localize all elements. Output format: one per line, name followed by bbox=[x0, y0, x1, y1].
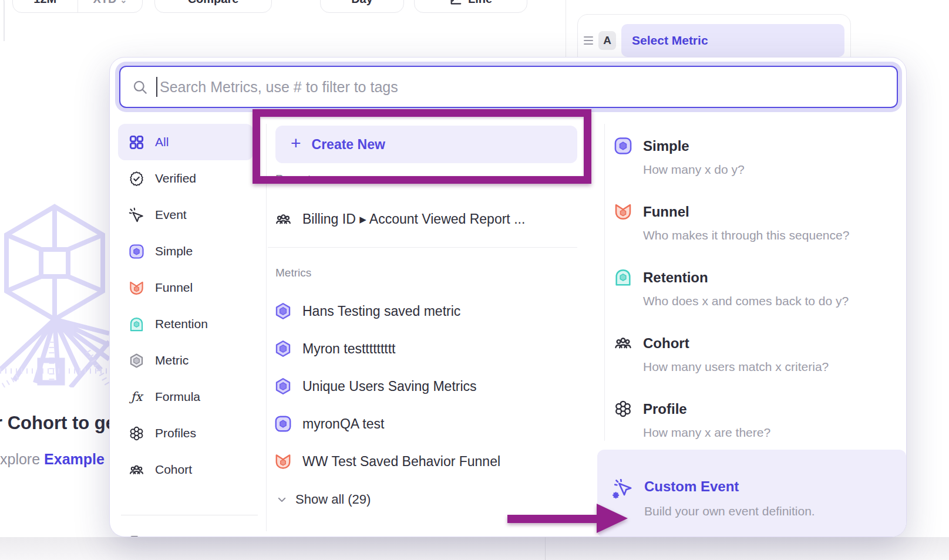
category-formula[interactable]: ƒx Formula bbox=[118, 379, 253, 415]
category-list: All Verified Event Simple bbox=[118, 124, 253, 488]
cohort-people-icon bbox=[129, 462, 144, 478]
line-chart-icon bbox=[449, 0, 462, 6]
metric-picker-screen: 12M XTD ⌄ Compare Day Line A Select Metr… bbox=[0, 0, 949, 560]
profiles-cluster-icon bbox=[614, 399, 632, 418]
type-custom-event[interactable]: Custom Event Build your own event defini… bbox=[597, 450, 906, 537]
background-heading: r Cohort to ge bbox=[0, 413, 116, 434]
type-cohort[interactable]: Cohort How many users match x criteria? bbox=[614, 333, 829, 376]
event-cursor-icon bbox=[129, 207, 144, 223]
category-cohort[interactable]: Cohort bbox=[118, 451, 253, 488]
type-profile[interactable]: Profile How many x are there? bbox=[614, 399, 770, 441]
formula-icon: ƒx bbox=[129, 389, 144, 405]
panel-divider bbox=[566, 0, 566, 57]
compare-button[interactable]: Compare bbox=[154, 0, 272, 13]
funnel-icon bbox=[274, 453, 292, 470]
simple-icon bbox=[129, 244, 144, 259]
panel-divider-bottom bbox=[545, 537, 546, 560]
simple-icon bbox=[274, 415, 292, 433]
grid-icon bbox=[129, 134, 144, 150]
show-all-toggle[interactable]: Show all (29) bbox=[277, 492, 371, 507]
create-new-button[interactable]: + Create New bbox=[275, 126, 577, 163]
chevron-down-icon: ⌄ bbox=[120, 0, 127, 6]
range-12m-button[interactable]: 12M bbox=[13, 0, 78, 12]
text-caret bbox=[156, 77, 157, 97]
funnel-icon bbox=[614, 202, 632, 221]
cohort-people-icon bbox=[614, 333, 632, 352]
select-metric-button[interactable]: Select Metric bbox=[621, 24, 844, 57]
page-bottom-strip bbox=[0, 537, 949, 560]
metric-list-item[interactable]: Hans Testing saved metric bbox=[274, 297, 580, 325]
column-divider bbox=[604, 124, 605, 441]
metric-hexagon-icon bbox=[129, 353, 144, 369]
funnel-icon bbox=[129, 280, 144, 296]
metric-list-item[interactable]: Myron testtttttttt bbox=[274, 335, 580, 363]
saved-metric-hexagon-icon bbox=[274, 340, 292, 357]
recent-item[interactable]: Billing ID ▸ Account Viewed Report ... bbox=[274, 205, 580, 233]
plus-icon: + bbox=[291, 134, 301, 154]
wireframe-illustration bbox=[0, 194, 112, 387]
date-range-button-group: 12M XTD ⌄ bbox=[12, 0, 143, 13]
metric-list-item[interactable]: WW Test Saved Behavior Funnel bbox=[274, 447, 580, 475]
line-chart-type-button[interactable]: Line bbox=[414, 0, 527, 13]
chevron-down-icon bbox=[277, 494, 287, 505]
metric-list-item[interactable]: Unique Users Saving Metrics bbox=[274, 372, 580, 400]
category-metric[interactable]: Metric bbox=[118, 342, 253, 379]
category-all[interactable]: All bbox=[118, 124, 253, 160]
series-label-badge: A bbox=[598, 31, 616, 50]
list-divider bbox=[268, 247, 577, 248]
metric-search bbox=[119, 66, 898, 108]
profiles-cluster-icon bbox=[129, 426, 144, 441]
background-explore-line: xplore Example R bbox=[0, 451, 119, 468]
tag-icon bbox=[129, 535, 144, 538]
verified-badge-icon bbox=[129, 171, 144, 187]
type-funnel[interactable]: Funnel Who makes it through this sequenc… bbox=[614, 202, 849, 244]
retention-icon bbox=[614, 268, 632, 286]
drag-handle-icon[interactable] bbox=[584, 36, 593, 45]
metric-picker-modal: All Verified Event Simple bbox=[109, 57, 907, 537]
category-event[interactable]: Event bbox=[118, 197, 253, 233]
range-xtd-button[interactable]: XTD ⌄ bbox=[78, 0, 143, 12]
category-tags-partial[interactable]: T bbox=[118, 524, 253, 537]
background-card-corner bbox=[0, 0, 5, 41]
metric-list-item[interactable]: myronQA test bbox=[274, 410, 580, 438]
saved-metric-hexagon-icon bbox=[274, 377, 292, 395]
simple-icon bbox=[614, 136, 632, 155]
category-funnel[interactable]: Funnel bbox=[118, 269, 253, 306]
saved-metric-hexagon-icon bbox=[274, 302, 292, 320]
category-divider bbox=[121, 515, 258, 515]
recents-header: Recents bbox=[275, 173, 317, 185]
search-input[interactable] bbox=[160, 79, 897, 96]
metrics-header: Metrics bbox=[275, 266, 311, 279]
type-retention[interactable]: Retention Who does x and comes back to d… bbox=[614, 268, 849, 310]
column-divider bbox=[266, 124, 267, 531]
type-simple[interactable]: Simple How many x do y? bbox=[614, 136, 745, 178]
search-icon bbox=[132, 79, 148, 95]
category-retention[interactable]: Retention bbox=[118, 306, 253, 342]
retention-icon bbox=[129, 316, 144, 332]
custom-event-icon bbox=[613, 479, 632, 499]
example-reports-link[interactable]: Example R bbox=[44, 451, 119, 467]
category-profiles[interactable]: Profiles bbox=[118, 415, 253, 451]
day-interval-button[interactable]: Day bbox=[320, 0, 404, 13]
category-verified[interactable]: Verified bbox=[118, 160, 253, 197]
category-simple[interactable]: Simple bbox=[118, 233, 253, 269]
cohort-people-icon bbox=[274, 210, 292, 228]
